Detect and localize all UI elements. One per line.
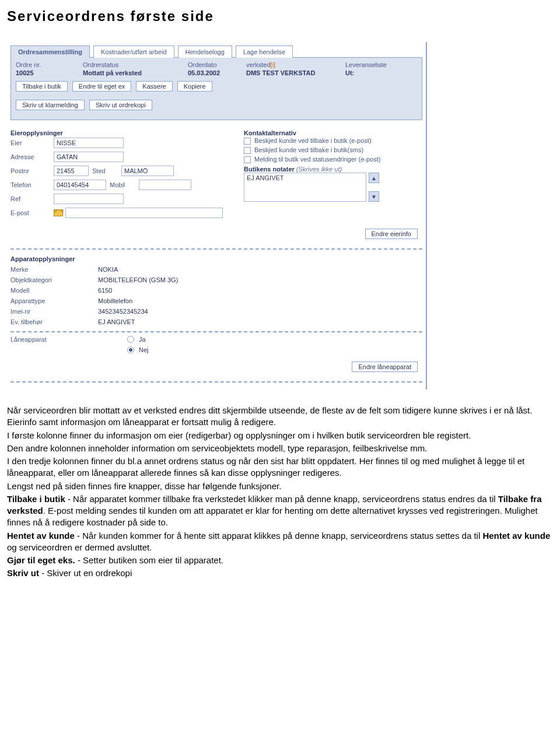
endre-til-eget-ex-button[interactable]: Endre til eget ex bbox=[72, 81, 132, 92]
notes-scroll-down-button[interactable]: ▼ bbox=[369, 191, 379, 202]
doc-p2: I første kolonne finner du informasjon o… bbox=[7, 430, 553, 441]
tab-ordresammenstilling[interactable]: Ordresammenstilling bbox=[10, 45, 90, 58]
chk-epost-tilbake-label: Beskjed kunde ved tilbake i butik (e-pos… bbox=[254, 136, 372, 145]
label-ref: Ref bbox=[10, 195, 54, 202]
skriv-ut-ordrekopi-button[interactable]: Skriv ut ordrekopi bbox=[89, 100, 152, 110]
section-divider bbox=[10, 248, 422, 250]
chk-status-epost[interactable] bbox=[244, 156, 251, 163]
chk-sms-tilbake-label: Beskjed kunde ved tilbake i butik(sms) bbox=[254, 146, 363, 154]
kopiere-button[interactable]: Kopiere bbox=[177, 81, 212, 92]
label-epost: E-post bbox=[10, 209, 54, 216]
label-tilbehor: Ev. tilbehør bbox=[10, 318, 98, 325]
label-ordrerstatus: Ordrerstatus bbox=[83, 61, 182, 68]
loan-no-label: Nej bbox=[139, 346, 149, 353]
notes-hint: (Skrives ikke ut) bbox=[296, 166, 342, 173]
eier-field[interactable] bbox=[54, 138, 124, 148]
doc-p8: Gjør til eget eks. - Setter butiken som … bbox=[7, 555, 553, 566]
adresse-field[interactable] bbox=[54, 152, 124, 162]
label-laneapparat: Låneapparat bbox=[10, 336, 98, 343]
doc-p1: Når serviceordren blir mottatt av et ver… bbox=[7, 405, 553, 429]
header-panel: Ordre nr. Ordrerstatus Orderdato verkste… bbox=[10, 57, 422, 120]
notes-label: Butikens notater (Skrives ikke ut) bbox=[244, 166, 422, 173]
value-verksted: DMS TEST VERKSTAD bbox=[246, 69, 340, 76]
telefon-field[interactable] bbox=[54, 180, 106, 190]
tab-lage-hendelse[interactable]: Lage hendelse bbox=[236, 45, 293, 58]
loan-no-radio[interactable] bbox=[127, 346, 134, 353]
doc-p6: Tilbake i butik - Når apparatet kommer t… bbox=[7, 493, 553, 529]
value-modell: 6150 bbox=[98, 287, 112, 294]
notes-textarea[interactable]: EJ ANGIVET bbox=[244, 173, 366, 202]
label-telefon: Telefon bbox=[10, 181, 54, 188]
kontaktalternativ-title: Kontaktalternativ bbox=[244, 129, 422, 136]
mobil-field[interactable] bbox=[139, 180, 191, 190]
document-body: Når serviceordren blir mottatt av et ver… bbox=[7, 405, 553, 580]
tab-bar: Ordresammenstilling Kostnader/utført arb… bbox=[10, 45, 422, 58]
value-orderdato: 05.03.2002 bbox=[188, 69, 240, 76]
value-imei: 34523452345234 bbox=[98, 308, 148, 315]
chk-epost-tilbake[interactable] bbox=[244, 138, 251, 145]
label-eier: Eier bbox=[10, 139, 54, 146]
label-verksted: verksted[i] bbox=[246, 61, 340, 68]
label-objektkategori: Objektkategori bbox=[10, 276, 98, 283]
label-leveranseliste: Leveranseliste bbox=[345, 61, 410, 68]
label-orderdato: Orderdato bbox=[188, 61, 240, 68]
tab-kostnader[interactable]: Kostnader/utført arbeid bbox=[93, 45, 174, 58]
tab-hendelselogg[interactable]: Hendelselogg bbox=[178, 45, 232, 58]
epost-field[interactable] bbox=[65, 208, 223, 218]
value-ordrerstatus: Mottatt på verksted bbox=[83, 69, 182, 76]
label-modell: Modell bbox=[10, 287, 98, 294]
label-apparattype: Apparattype bbox=[10, 297, 98, 304]
endre-eierinfo-button[interactable]: Endre eierinfo bbox=[365, 229, 418, 239]
section-divider-2 bbox=[10, 331, 422, 332]
value-apparattype: Mobiltelefon bbox=[98, 297, 132, 304]
value-objektkategori: MOBILTELEFON (GSM 3G) bbox=[98, 276, 178, 283]
value-merke: NOKIA bbox=[98, 266, 118, 273]
postnr-field[interactable] bbox=[54, 166, 89, 176]
endre-laneapparat-button[interactable]: Endre låneapparat bbox=[352, 362, 418, 372]
value-leveranseliste: Ut: bbox=[345, 69, 410, 76]
label-mobil: Mobil bbox=[110, 181, 139, 188]
ref-field[interactable] bbox=[54, 194, 124, 204]
label-imei: Imei-nr bbox=[10, 308, 98, 315]
kassere-button[interactable]: Kassere bbox=[136, 81, 172, 92]
value-tilbehor: EJ ANGIVET bbox=[98, 318, 135, 325]
app-frame: Ordresammenstilling Kostnader/utført arb… bbox=[7, 42, 427, 390]
sted-field[interactable] bbox=[121, 166, 174, 176]
label-ordre-nr: Ordre nr. bbox=[16, 61, 77, 68]
label-sted: Sted bbox=[92, 167, 121, 174]
apparatopplysninger-title: Apparatopplysninger bbox=[10, 255, 422, 262]
section-divider-3 bbox=[10, 381, 422, 383]
label-postnr: Postnr bbox=[10, 167, 54, 174]
eieropplysninger-title: Eieropplysninger bbox=[10, 129, 244, 136]
doc-p4: I den tredje kolonnen finner du bl.a ann… bbox=[7, 455, 553, 479]
skriv-ut-klarmelding-button[interactable]: Skriv ut klarmelding bbox=[16, 100, 85, 110]
tilbake-i-butik-button[interactable]: Tilbake i butik bbox=[16, 81, 68, 92]
doc-p9: Skriv ut - Skiver ut en ordrekopi bbox=[7, 567, 553, 579]
doc-p7: Hentet av kunde - Når kunden kommer for … bbox=[7, 530, 553, 554]
value-ordre-nr: 10025 bbox=[16, 69, 77, 76]
chk-status-epost-label: Melding til butik ved statusendringer (e… bbox=[254, 155, 380, 163]
mail-icon bbox=[54, 209, 63, 216]
chk-sms-tilbake[interactable] bbox=[244, 147, 251, 154]
loan-yes-label: Ja bbox=[139, 336, 146, 343]
label-adresse: Adresse bbox=[10, 153, 54, 160]
page-title: Serviceordrens første side bbox=[7, 8, 553, 24]
doc-p5: Lengst ned på siden finnes fire knapper,… bbox=[7, 481, 553, 492]
bracket-icon: [i] bbox=[271, 61, 276, 68]
notes-scroll-up-button[interactable]: ▲ bbox=[369, 173, 379, 183]
label-merke: Merke bbox=[10, 266, 98, 273]
doc-p3: Den andre kolonnen inneholder informatio… bbox=[7, 443, 553, 454]
loan-yes-radio[interactable] bbox=[127, 336, 134, 343]
